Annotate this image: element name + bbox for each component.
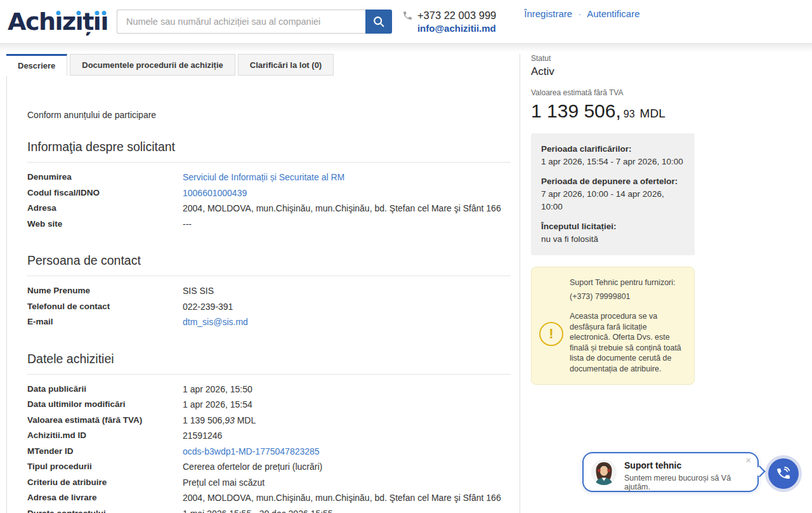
table-row: Telefonul de contact 022-239-391 [27, 299, 511, 315]
estimated-value-amount: 1 139 506,93MDL [531, 100, 695, 122]
tab-descriere[interactable]: Descriere [6, 54, 67, 76]
header-phone-number: +373 22 003 999 [417, 10, 496, 22]
table-row: Tipul procedurii Cererea ofertelor de pr… [27, 459, 511, 475]
solicitant-name-link[interactable]: Serviciul de Informații și Securitate al… [183, 172, 344, 182]
tab-label: Descriere [18, 61, 55, 70]
site-logo[interactable]: Achızıțıı [8, 6, 108, 37]
row-label: Adresa [27, 201, 183, 217]
row-label: MTender ID [27, 444, 183, 460]
table-row: Adresa de livrare 2004, MOLDOVA, mun.Chi… [27, 490, 511, 506]
contact-rows: Nume Prenume SIS SIS Telefonul de contac… [27, 283, 511, 330]
supplier-support-notice: ! Suport Tehnic pentru furnizori: (+373)… [531, 267, 695, 385]
table-row: Durata contractului 1 mai 2026 15:55 - 3… [27, 506, 511, 513]
logo-text: ı [93, 8, 101, 36]
row-value: --- [183, 217, 192, 232]
participation-note: Conform anunțului de participare [27, 110, 511, 121]
row-value: SIS SIS [183, 283, 214, 299]
logo-text: z [62, 8, 75, 36]
row-value: Cererea ofertelor de prețuri (lucrări) [183, 459, 322, 475]
row-value: 21591246 [183, 428, 222, 444]
tab-label: Clarificări la lot (0) [250, 60, 322, 70]
row-value: 1 mai 2026 15:55 - 30 dec 2026 15:55 [183, 506, 333, 513]
table-row: E-mail dtm_sis@sis.md [27, 314, 511, 330]
table-row: Data publicării 1 apr 2026, 15:50 [27, 382, 511, 397]
logo-text: ț [82, 8, 93, 36]
chat-title: Suport tehnic [624, 460, 681, 470]
close-icon[interactable]: × [745, 455, 751, 465]
solicitant-rows: Denumirea Serviciul de Informații și Sec… [27, 170, 511, 232]
estimated-value: 1 139 506,93 MDL [183, 413, 256, 429]
logo-text: ı [75, 8, 83, 36]
idno-link[interactable]: 1006601000439 [183, 188, 247, 198]
table-row: Criteriu de atribuire Prețul cel mai scă… [27, 475, 511, 491]
table-row: Codul fiscal/IDNO 1006601000439 [27, 185, 511, 201]
header-email-link[interactable]: info@achizitii.md [417, 23, 496, 34]
register-link[interactable]: Înregistrare [524, 8, 572, 19]
section-title-solicitant: Informaţia despre solicitant [27, 140, 511, 163]
row-label: Valoarea estimată (fără TVA) [27, 413, 183, 429]
estimated-value-label: Valoarea estimată fără TVA [531, 88, 695, 98]
section-title-contact: Persoana de contact [27, 253, 511, 276]
support-call-button[interactable] [768, 458, 799, 489]
support-chat-bubble[interactable]: Suport tehnic Suntem mereu bucuroși să V… [582, 452, 759, 492]
row-label: Achizitii.md ID [27, 428, 183, 444]
phone-icon [402, 10, 413, 21]
table-row: Achizitii.md ID 21591246 [27, 428, 511, 444]
row-value: Prețul cel mai scăzut [183, 475, 265, 491]
support-paragraph: Aceasta procedura se va desfășura fară l… [570, 311, 685, 374]
mtender-id-link[interactable]: ocds-b3wdp1-MD-1775047823285 [183, 446, 320, 456]
tab-content: Conform anunțului de participare Informa… [6, 76, 520, 513]
status-label: Statut [531, 54, 695, 63]
period-clarifications: Perioada clarificărilor: 1 apr 2026, 15:… [541, 143, 684, 168]
table-row: Denumirea Serviciul de Informații și Sec… [27, 170, 511, 185]
section-title-datele: Datele achizitiei [27, 352, 511, 375]
header-phone: +373 22 003 999 [402, 10, 496, 22]
row-label: Codul fiscal/IDNO [27, 185, 183, 201]
row-label: Criteriu de atribuire [27, 475, 183, 491]
tab-bar: Descriere Documentele procedurii de achi… [6, 54, 334, 76]
row-label: Nume Prenume [27, 283, 183, 299]
row-value: 1 apr 2026, 15:54 [183, 397, 252, 413]
support-call-ring [765, 455, 802, 492]
tab-clarificari[interactable]: Clarificări la lot (0) [238, 54, 334, 76]
row-label: Data publicării [27, 382, 183, 397]
row-label: Tipul procedurii [27, 459, 183, 475]
row-label: Telefonul de contact [27, 299, 183, 315]
support-agent-avatar [591, 460, 617, 485]
row-label: Data ultimilor modificări [27, 397, 183, 413]
search-bar [117, 10, 392, 34]
tab-documente[interactable]: Documentele procedurii de achiziție [70, 54, 235, 76]
periods-panel: Perioada clarificărilor: 1 apr 2026, 15:… [531, 133, 695, 255]
tender-summary-sidebar: Statut Activ Valoarea estimată fără TVA … [531, 54, 695, 385]
search-button[interactable] [365, 10, 392, 34]
table-row: Valoarea estimată (fără TVA) 1 139 506,9… [27, 413, 511, 429]
table-row: MTender ID ocds-b3wdp1-MD-1775047823285 [27, 444, 511, 460]
auth-separator: · [578, 8, 581, 19]
period-submission: Perioada de depunere a ofertelor: 7 apr … [541, 175, 684, 213]
tab-label: Documentele procedurii de achiziție [82, 60, 223, 70]
phone-handset-icon [775, 465, 792, 482]
contact-email-link[interactable]: dtm_sis@sis.md [183, 317, 248, 327]
search-input[interactable] [117, 10, 365, 34]
table-row: Nume Prenume SIS SIS [27, 283, 511, 299]
chat-subtitle: Suntem mereu bucuroși să Vă ajutăm. [624, 474, 757, 491]
header-shadow-divider [0, 43, 812, 52]
row-value: 2004, MOLDOVA, mun.Chişinău, mun.Chişină… [183, 490, 501, 506]
page: Achızıțıı +373 22 003 999 info@achizitii… [0, 0, 812, 513]
row-label: Web site [27, 217, 183, 232]
table-row: Data ultimilor modificări 1 apr 2026, 15… [27, 397, 511, 413]
magnifier-icon [372, 15, 385, 28]
login-link[interactable]: Autentificare [587, 8, 639, 19]
logo-text: ı [55, 8, 63, 36]
row-value: 2004, MOLDOVA, mun.Chişinău, mun.Chişină… [183, 201, 501, 217]
status-badge: Activ [531, 65, 695, 78]
logo-text: Ach [8, 8, 55, 36]
logo-text: ı [100, 8, 108, 36]
row-value: 1 apr 2026, 15:50 [183, 382, 252, 397]
header-contact: +373 22 003 999 info@achizitii.md [402, 10, 496, 34]
row-label: E-mail [27, 314, 183, 330]
row-value: 022-239-391 [183, 299, 233, 315]
table-row: Web site --- [27, 217, 511, 232]
tender-data-rows: Data publicării 1 apr 2026, 15:50 Data u… [27, 382, 511, 513]
row-label: Denumirea [27, 170, 183, 185]
